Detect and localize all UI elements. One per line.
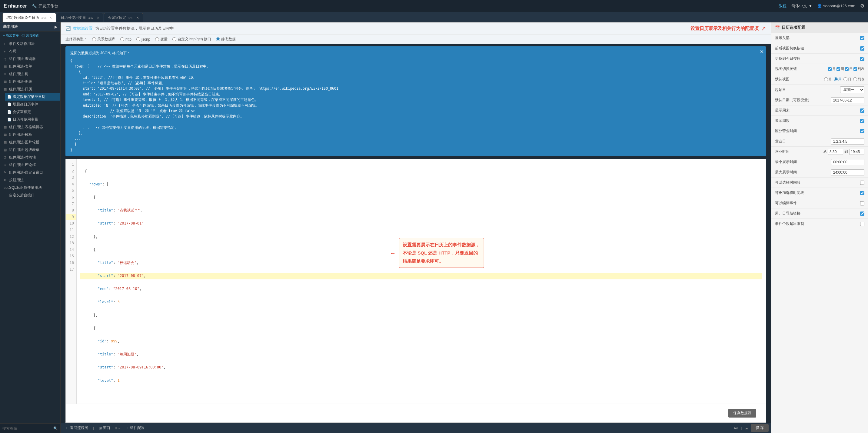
sidebar-item-form[interactable]: ▤ 组件用法-表单 — [0, 63, 60, 70]
config-label-nav-links: 周、日导航链接 — [775, 211, 860, 216]
datasource-link[interactable]: 数据源设置 — [73, 26, 93, 31]
checkbox-view-list[interactable] — [854, 67, 857, 71]
checkbox-show-header[interactable] — [860, 36, 864, 40]
save-button[interactable]: 保 存 — [751, 424, 769, 432]
sidebar-item-calendar-vars[interactable]: 📄 日历可使用变量 — [5, 116, 60, 123]
radio-defview-month[interactable] — [824, 77, 828, 81]
sidebar-item-sql-var[interactable]: SQL SQL标识符变量用法 — [0, 184, 60, 191]
sidebar-item-template[interactable]: ▦ 组件用法-模板 — [0, 131, 60, 138]
sidebar-item-chart[interactable]: ▦ 组件用法-图表 — [0, 78, 60, 86]
sidebar-item-custom-api[interactable]: — 自定义后台接口 — [0, 191, 60, 199]
add-menu-button[interactable]: + 添加菜单 — [3, 33, 19, 38]
checkbox-multi-select[interactable] — [860, 191, 864, 195]
sidebar-item-bind-data[interactable]: 📄 绑定数据渲染至日历 — [5, 93, 60, 101]
info-box-close-button[interactable]: ✕ — [760, 49, 764, 55]
checkbox-view-day[interactable] — [845, 67, 848, 71]
save-datasource-button[interactable]: 保存数据源 — [728, 409, 756, 417]
tab-bind-data[interactable]: 绑定数据渲染至日历 334 ✕ — [2, 13, 56, 22]
input-time-to[interactable] — [849, 149, 864, 155]
tab-close-icon[interactable]: ✕ — [136, 16, 139, 20]
sidebar-item-calendar-group[interactable]: ▦ 组件用法-日历 — [0, 86, 60, 93]
checkbox-business-hours[interactable] — [860, 129, 864, 133]
checkbox-select-range[interactable] — [860, 181, 864, 185]
tab-meeting-room[interactable]: 会议室预定 339 ✕ — [104, 13, 143, 22]
config-show-header: 显示头部 — [771, 33, 868, 43]
settings-icon[interactable]: ⚙ — [860, 3, 864, 9]
radio-customhttp-input[interactable] — [173, 37, 176, 41]
sidebar-item-crud-events[interactable]: 📄 增删改日历事件 — [5, 101, 60, 108]
back-flow-button[interactable]: ← 返回流程图 — [63, 424, 91, 432]
sidebar-item-carousel[interactable]: ▦ 组件用法-图片轮播 — [0, 138, 60, 146]
view-btn-week[interactable]: 周 — [836, 67, 844, 71]
input-max-time[interactable] — [831, 169, 864, 176]
input-time-from[interactable] — [828, 149, 843, 155]
sidebar-item-table-editor[interactable]: ▦ 组件用法-表格编辑器 — [0, 123, 60, 131]
radio-defview-day[interactable] — [843, 77, 847, 81]
radio-customhttp[interactable]: 自定义 http(get) 接口 — [173, 37, 211, 42]
config-view-switch-btns: 视图切换按钮 月 周 日 列表 — [771, 64, 868, 74]
radio-reldb[interactable]: 关系数据库 — [92, 37, 116, 42]
item-label: 按钮用法 — [9, 178, 24, 183]
sidebar-item-meeting[interactable]: 📄 会议室预定 — [5, 108, 60, 116]
sidebar-item-layout[interactable]: + 布局 — [0, 48, 60, 55]
expand-icon[interactable]: ▶ — [55, 25, 57, 29]
input-default-date[interactable] — [831, 97, 864, 103]
sidebar-item-super-form[interactable]: ▦ 组件用法-超级表单 — [0, 146, 60, 154]
code-content[interactable]: { "rows": [ { "title": "点我试试？", "start":… — [76, 159, 766, 404]
view-btn-day[interactable]: 日 — [845, 67, 852, 71]
tutorial-link[interactable]: 教程 — [779, 3, 786, 9]
sidebar-item-custom-window[interactable]: ✎ 组件用法-自定义窗口 — [0, 169, 60, 176]
radio-jsonp-input[interactable] — [136, 37, 140, 41]
radio-var-input[interactable] — [155, 37, 159, 41]
tab-calendar-vars[interactable]: 日历可使用变量 337 ✕ — [57, 13, 103, 22]
sidebar-item-comment[interactable]: ☆ 组件用法-评论框 — [0, 161, 60, 169]
item-label: 组件用法-查询器 — [9, 56, 36, 62]
radio-jsonp[interactable]: jsonp — [136, 37, 150, 41]
sidebar-item-query[interactable]: Q 组件用法-查询器 — [0, 55, 60, 63]
code-line-11: "level": 3 — [80, 299, 762, 306]
window-button[interactable]: ⊞ 窗口 — [96, 424, 113, 432]
select-start-day[interactable]: 星期一 星期日 — [840, 86, 864, 93]
checkbox-show-weekend[interactable] — [860, 109, 864, 113]
checkbox-event-limit[interactable] — [860, 222, 864, 226]
checkbox-today[interactable] — [860, 57, 864, 61]
radio-default-month[interactable]: 月 — [824, 77, 832, 82]
sidebar-item-button[interactable]: ⚙ 按钮用法 — [0, 176, 60, 184]
radio-http[interactable]: http — [120, 37, 131, 41]
view-btn-list[interactable]: 列表 — [854, 67, 864, 71]
sidebar-item-tree[interactable]: ✤ 组件用法-树 — [0, 70, 60, 78]
checkbox-edit-events[interactable] — [860, 201, 864, 206]
language-selector[interactable]: 简体中文 ▼ — [792, 3, 812, 9]
checkbox-view-week[interactable] — [836, 67, 840, 71]
config-min-time: 最小展示时间 — [771, 157, 868, 167]
radio-default-week[interactable]: 周 — [834, 77, 842, 82]
search-input[interactable] — [2, 426, 52, 431]
tab-close-icon[interactable]: ✕ — [97, 16, 99, 20]
radio-defview-list[interactable] — [853, 77, 857, 81]
input-business-days[interactable] — [831, 138, 864, 145]
checkbox-view-month[interactable] — [828, 67, 832, 71]
radio-defview-week[interactable] — [834, 77, 838, 81]
radio-var[interactable]: 变量 — [155, 37, 167, 42]
input-min-time[interactable] — [831, 159, 864, 165]
tab-close-icon[interactable]: ✕ — [50, 16, 52, 20]
radio-default-list[interactable]: 列表 — [853, 77, 864, 82]
checkbox-prev-next[interactable] — [860, 47, 864, 51]
radio-http-input[interactable] — [120, 37, 124, 41]
config-business-hours: 区分营业时间 — [771, 126, 868, 136]
sidebar-item-timeline[interactable]: ◷ 组件用法-时间轴 — [0, 154, 60, 161]
add-page-button[interactable]: ◎ 添加页面 — [22, 33, 39, 38]
radio-static-input[interactable] — [216, 37, 220, 41]
tabbar: 绑定数据渲染至日历 334 ✕ 日历可使用变量 337 ✕ 会议室预定 339 … — [0, 12, 868, 23]
checkbox-show-week-num[interactable] — [860, 119, 864, 123]
radio-reldb-input[interactable] — [92, 37, 96, 41]
sidebar-item-events[interactable]: + 事件及动作用法 — [0, 40, 60, 48]
checkbox-nav-links[interactable] — [860, 212, 864, 216]
source-type-label: 选择源类型： — [65, 37, 87, 42]
radio-static[interactable]: 静态数据 — [216, 37, 236, 42]
doc-icon: 📄 — [7, 95, 11, 99]
window-label: 窗口 — [103, 426, 110, 431]
radio-default-day[interactable]: 日 — [843, 77, 851, 82]
view-btn-month[interactable]: 月 — [828, 67, 836, 71]
component-config-button[interactable]: → 组件配置 — [123, 424, 147, 432]
